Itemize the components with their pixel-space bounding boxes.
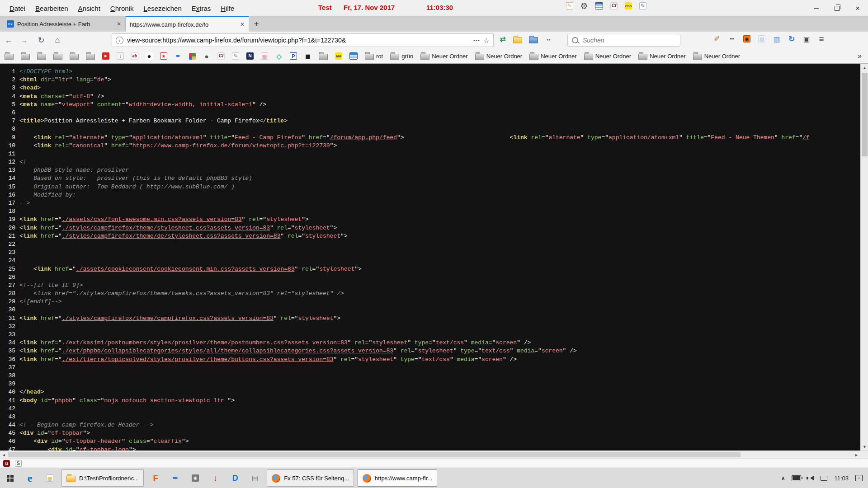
ebay-icon[interactable]: eb [131,52,138,60]
css-badge-icon[interactable]: CSS [625,2,632,9]
edit-page-icon[interactable]: ✎ [232,52,239,60]
source-link[interactable]: ./styles/campfirefox/theme/stylesheet.cs… [62,225,270,231]
camera-app-icon-button[interactable]: ◉ [185,468,205,488]
bookmark-folder[interactable] [5,54,14,60]
bookmark-folder[interactable] [5,52,14,60]
bookmark-folder-neu[interactable] [529,54,538,60]
feather-app-icon[interactable]: ✒ [172,474,179,482]
search-bar[interactable] [567,34,680,47]
bookmark-folder-neu[interactable] [475,54,484,60]
bookmark-folder[interactable] [86,52,95,60]
download-icon[interactable]: ↓ [117,52,124,60]
blue-panels-icon[interactable] [349,52,358,60]
p-badge-icon[interactable]: P [290,52,297,60]
source-link[interactable]: ./assets/cookieconsent/cookieconsent.min… [76,266,295,272]
source-link[interactable]: /forum/app.php/feed [330,134,397,141]
new-tab-button[interactable]: + [249,16,264,32]
bookmark-folder-neu[interactable]: Neuer Ordner [475,52,522,60]
tray-chevron-icon[interactable]: ∧ [781,475,785,481]
bookmark-folder[interactable] [319,52,328,60]
source-link[interactable]: ./styles/campfirefox/theme/de/stylesheet… [62,233,281,239]
source-link[interactable]: https://www.camp-firefox.de/forum/viewto… [132,142,330,149]
battery-icon[interactable] [792,475,801,481]
bookmark-folder-neu[interactable] [638,54,647,60]
gear-icon[interactable]: ⚙ [580,2,588,9]
b64-badge-icon[interactable]: b64 [335,52,342,60]
notes-taskbar-icon[interactable]: ▤ [40,468,60,488]
orange-badge-icon[interactable]: ◉ [743,35,750,42]
paintbrush-icon[interactable]: ✐ [713,35,721,42]
speaker-icon[interactable] [808,476,814,480]
menu-item-ansicht[interactable]: Ansicht [73,5,105,12]
camera-app-icon[interactable]: ◉ [192,474,199,482]
mask-icon[interactable]: ●● [545,36,552,43]
page-actions-icon[interactable]: ••• [473,38,480,43]
download-icon[interactable]: ↓ [117,52,124,60]
firefox-f-icon[interactable]: F [152,474,159,482]
page-icon[interactable]: ▤ [758,35,765,42]
scroll-down-icon[interactable]: ▼ [861,443,868,450]
search-input[interactable] [582,36,676,44]
window-button-fx57[interactable]: Fx 57: CSS für Seitenq... [267,469,354,487]
site-info-icon[interactable]: i [116,37,123,44]
scroll-left-icon[interactable]: ◄ [0,451,8,459]
p-badge-icon[interactable]: P [290,52,297,60]
campfirefox-logo-icon[interactable]: Cf [217,52,225,60]
color-grid-icon[interactable] [189,53,196,60]
horizontal-scrollbar[interactable]: ◄ ► [0,450,868,458]
horizontal-scrollbar-thumb[interactable] [8,452,741,457]
diamond-icon[interactable]: ◇ [275,52,283,60]
reload-button[interactable]: ↻ [34,34,48,47]
source-link[interactable]: ./ext/kasimi/postnumbers/styles/prosilve… [62,339,348,346]
github-icon[interactable]: ● [146,52,153,60]
scroll-right-icon[interactable]: ► [853,451,860,459]
feather-icon[interactable]: ✒ [175,52,182,60]
vertical-scrollbar-thumb[interactable] [862,73,868,156]
campfirefox-logo-icon[interactable]: Cf [217,52,225,60]
sync-swirl-icon[interactable]: ↻ [788,35,795,42]
printer-app-icon-button[interactable]: ▤ [245,468,265,488]
tray-clock[interactable]: 11:03 [834,475,849,482]
bookmark-folder-neu[interactable] [584,54,593,60]
red-download-app-icon-button[interactable]: ↓ [205,468,225,488]
blue-panels-icon[interactable] [595,2,603,9]
sphere-icon[interactable]: ● [203,52,210,60]
puzzle-icon[interactable]: ◼ [304,52,311,60]
close-button[interactable]: ✕ [847,0,868,16]
forward-button[interactable]: → [17,34,31,47]
touch-keyboard-icon[interactable] [821,476,827,481]
source-link[interactable]: ./ext/phpbb/collapsiblecategories/styles… [62,347,393,354]
red-star-badge-icon[interactable]: ★ [160,52,167,60]
bookmark-folder[interactable] [86,54,95,60]
minimize-button[interactable] [806,0,826,16]
edge-taskbar-icon[interactable]: e [20,468,40,488]
bookmark-folder-neu[interactable]: Neuer Ordner [693,52,740,60]
scroll-up-icon[interactable]: ▲ [861,64,868,71]
github-icon[interactable]: ● [146,52,153,60]
menu-item-datei[interactable]: Datei [5,5,30,12]
source-link[interactable]: ./styles/campfirefox/theme/campfirefox.c… [62,315,274,322]
menu-item-lesezeichen[interactable]: Lesezeichen [139,5,187,12]
source-link[interactable]: ./ext/tierra/topicsolved/styles/prosilve… [62,356,334,363]
source-link[interactable]: /f [802,134,810,141]
tab-close-icon[interactable]: ✕ [240,21,245,28]
sphere-icon[interactable]: ● [203,52,210,60]
bookmark-folder[interactable] [37,54,46,60]
youtube-icon[interactable]: ▶ [102,52,109,60]
n-flag-icon[interactable]: N [246,52,254,60]
action-center-icon[interactable]: ≡ [855,475,863,481]
menu-hamburger-icon[interactable]: ≡ [818,35,825,42]
bookmark-folder[interactable] [70,52,79,60]
userscript-icon[interactable]: ✎ [639,2,646,9]
bookmark-folder[interactable] [21,54,30,60]
bookmarks-overflow-chevron[interactable]: » [856,52,863,60]
document-icon[interactable]: ▥ [773,35,780,42]
bookmark-folder-gruen[interactable]: grün [390,52,413,60]
home-button[interactable]: ⌂ [51,34,64,47]
folder-blue-icon[interactable] [529,37,538,43]
menu-item-hilfe[interactable]: Hilfe [216,5,239,12]
bookmark-star-icon[interactable]: ☆ [483,36,490,45]
explorer-window-button[interactable]: D:\Test\Profilordner\c... [61,469,144,487]
start-button[interactable] [0,468,20,488]
bookmark-folder[interactable] [21,52,30,60]
